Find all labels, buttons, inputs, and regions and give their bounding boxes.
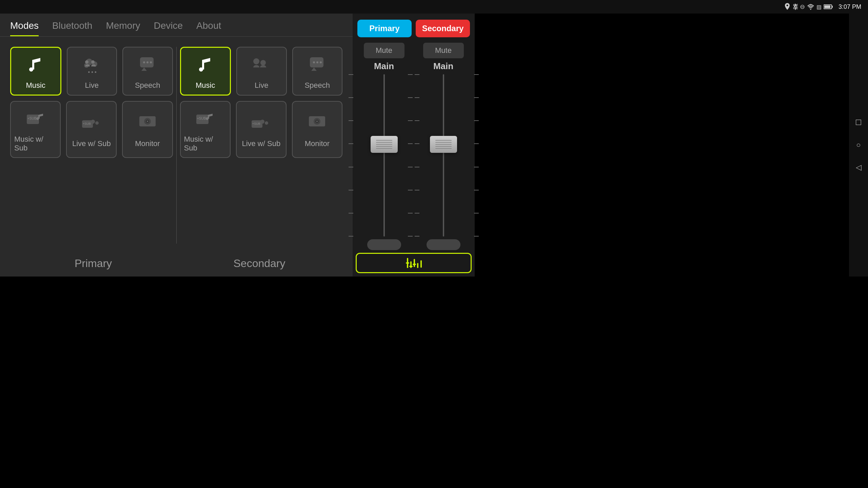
secondary-button[interactable]: Secondary (416, 20, 470, 37)
svg-point-16 (91, 120, 95, 124)
mode-label-secondary-speech: Speech (304, 81, 330, 90)
svg-point-10 (146, 61, 149, 63)
svg-point-26 (313, 61, 315, 63)
status-bar: ⌘ ⊖ ▨ 3:07 PM (0, 0, 494, 14)
mode-card-primary-music[interactable]: Music (10, 47, 61, 96)
mode-card-primary-live[interactable]: ● ● ● Live (67, 47, 117, 96)
tick (349, 236, 353, 237)
mode-label-secondary-monitor: Monitor (305, 139, 330, 148)
tick (349, 97, 353, 98)
tick (408, 143, 413, 144)
channel-label-1: Main (374, 61, 394, 72)
svg-point-27 (316, 61, 318, 63)
tick (349, 213, 353, 214)
svg-point-9 (143, 61, 145, 63)
fader-ticks-left-1 (349, 74, 353, 237)
fader-bottom-button-2[interactable] (427, 239, 460, 250)
main-panel: Modes Bluetooth Memory Device About (0, 14, 353, 277)
fader-track-2[interactable] (415, 74, 471, 237)
mute-button-2[interactable]: Mute (423, 43, 464, 58)
fader-ticks-left-2 (408, 74, 413, 237)
primary-row2: +SUB Music w/ Sub +SUB (10, 101, 173, 158)
primary-button[interactable]: Primary (357, 20, 412, 37)
secondary-row1: Music Live (180, 47, 343, 96)
tick (408, 97, 413, 98)
fader-channel-2: Mute Main (415, 40, 471, 253)
fader-handle-1[interactable] (371, 136, 398, 153)
tab-modes[interactable]: Modes (10, 20, 39, 36)
svg-point-17 (95, 121, 99, 125)
svg-rect-42 (417, 263, 418, 268)
mode-card-primary-music-sub[interactable]: +SUB Music w/ Sub (10, 101, 61, 158)
secondary-row2: +SUB Music w/ Sub +SUB (180, 101, 343, 158)
mode-label-primary-monitor: Monitor (135, 139, 160, 148)
eq-button[interactable] (356, 253, 472, 273)
mode-card-secondary-music-sub[interactable]: +SUB Music w/ Sub (180, 101, 231, 158)
mode-card-secondary-live-sub[interactable]: +SUB Live w/ Sub (236, 101, 287, 158)
fader-channel-1: Mute Main (356, 40, 412, 253)
tab-memory[interactable]: Memory (106, 20, 140, 36)
channel-label-2: Main (433, 61, 453, 72)
tick (474, 167, 479, 167)
mode-label-secondary-live-sub: Live w/ Sub (242, 139, 280, 148)
secondary-col-label: Secondary (176, 257, 342, 270)
right-panel: Primary Secondary Mute Main (353, 14, 475, 277)
column-divider (176, 47, 177, 244)
fader-notch (376, 144, 392, 145)
live-sub-icon-2: +SUB (251, 113, 271, 137)
modes-area: Music ● ● ● (0, 37, 353, 254)
tab-about[interactable]: About (196, 20, 221, 36)
tick (349, 143, 353, 144)
tick (349, 120, 353, 121)
fader-notch (435, 142, 452, 143)
speech-icon-2 (307, 55, 328, 78)
fader-notch (435, 144, 452, 145)
primary-col-label: Primary (10, 257, 176, 270)
fader-rail-2 (443, 74, 444, 237)
mute-button-1[interactable]: Mute (364, 43, 405, 58)
svg-rect-46 (413, 264, 416, 265)
svg-point-34 (265, 121, 268, 125)
fader-handle-2[interactable] (430, 136, 457, 153)
fader-notch (376, 142, 392, 143)
mode-label-secondary-music-sub: Music w/ Sub (184, 135, 226, 152)
mode-card-primary-monitor[interactable]: Monitor (122, 101, 173, 158)
live-icon: ● ● ● (82, 55, 102, 78)
tick (474, 120, 479, 121)
tab-bluetooth[interactable]: Bluetooth (52, 20, 92, 36)
mode-label-primary-speech: Speech (135, 81, 160, 90)
fader-ticks-right-2 (474, 74, 479, 237)
svg-text:+SUB: +SUB (83, 122, 91, 125)
music-note-icon-2 (195, 55, 216, 78)
fader-bottom-button-1[interactable] (367, 239, 401, 250)
mode-card-secondary-speech[interactable]: Speech (292, 47, 343, 96)
music-sub-icon: +SUB (25, 108, 46, 132)
fader-track-1[interactable] (356, 74, 412, 237)
mode-label-primary-live-sub: Live w/ Sub (72, 139, 111, 148)
live-icon-2 (251, 55, 272, 78)
svg-point-38 (316, 121, 318, 122)
mode-card-secondary-music[interactable]: Music (180, 47, 231, 96)
svg-text:+SUB: +SUB (252, 122, 260, 125)
music-sub-icon-2: +SUB (195, 108, 215, 132)
svg-rect-45 (409, 266, 413, 267)
svg-point-28 (320, 61, 322, 63)
mode-card-primary-live-sub[interactable]: +SUB Live w/ Sub (66, 101, 117, 158)
svg-point-33 (260, 120, 264, 124)
tabs-bar: Modes Bluetooth Memory Device About (0, 14, 353, 37)
svg-point-11 (150, 61, 152, 63)
tab-device[interactable]: Device (154, 20, 183, 36)
tick (408, 190, 413, 190)
mode-label-primary-music: Music (26, 81, 45, 90)
mode-card-secondary-monitor[interactable]: Monitor (292, 101, 342, 158)
tick (474, 190, 479, 190)
primary-column: Music ● ● ● (10, 47, 173, 244)
mode-card-primary-speech[interactable]: Speech (122, 47, 173, 96)
mode-label-secondary-live: Live (255, 81, 268, 90)
fader-rail-1 (383, 74, 385, 237)
svg-point-23 (260, 60, 266, 65)
mode-label-primary-music-sub: Music w/ Sub (14, 135, 57, 152)
tick (474, 74, 479, 75)
tick (349, 190, 353, 190)
mode-card-secondary-live[interactable]: Live (236, 47, 287, 96)
